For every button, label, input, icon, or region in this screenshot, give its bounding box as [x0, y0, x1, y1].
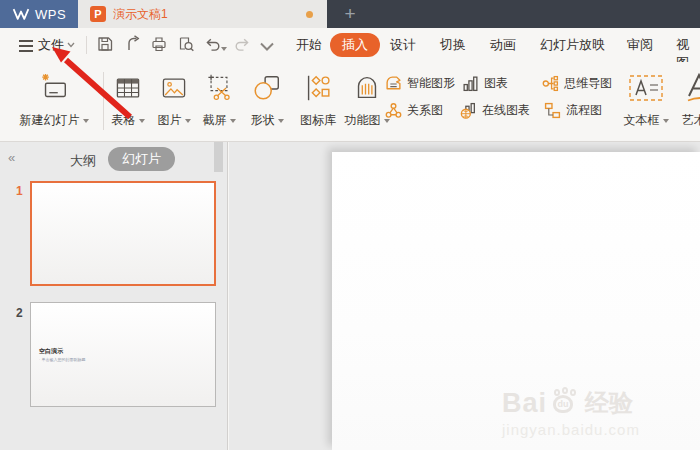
content-area: « 大纲 幻灯片 1 2 空白演示 · 单击输入您的封面副标题 Bai [0, 142, 700, 450]
tab-design[interactable]: 设计 [390, 36, 416, 54]
new-slide-label: 新建幻灯片 [20, 112, 80, 129]
word-art-label: 艺术字 [682, 112, 700, 129]
wps-presentation-window: WPS P 演示文稿1 + 文件 [0, 0, 700, 450]
mind-map-button[interactable]: 思维导图 [542, 75, 612, 92]
icon-library-icon [302, 72, 334, 104]
chart-button[interactable]: 图表 [462, 75, 508, 92]
dropdown-caret-icon [139, 119, 145, 123]
relation-chart-button[interactable]: 关系图 [385, 102, 443, 119]
baidu-jingyan-watermark: Bai du 经验 jingyan.baidu.com [502, 387, 672, 438]
online-chart-icon [460, 102, 477, 119]
main-menu-icon[interactable] [19, 37, 33, 52]
dropdown-caret-icon [663, 119, 669, 123]
smart-graphics-icon [385, 75, 402, 92]
new-slide-button[interactable]: 新建幻灯片 [10, 68, 98, 129]
shapes-button[interactable]: 形状 [243, 68, 291, 129]
watermark-jingyan-text: 经验 [585, 387, 633, 419]
more-commands-icon[interactable] [258, 39, 276, 57]
dropdown-caret-icon [230, 119, 236, 123]
tab-transition[interactable]: 切换 [440, 36, 466, 54]
function-chart-label: 功能图 [345, 112, 381, 129]
icon-library-button[interactable]: 图标库 [292, 68, 344, 129]
tab-insert[interactable]: 插入 [330, 33, 380, 57]
new-tab-button[interactable]: + [338, 2, 362, 26]
print-preview-icon[interactable] [177, 35, 195, 53]
screenshot-button[interactable]: 截屏 [197, 68, 241, 129]
slide-2-thumbnail[interactable]: 空白演示 · 单击输入您的封面副标题 [30, 302, 216, 407]
chart-icon [462, 75, 479, 92]
text-box-button[interactable]: 文本框 [618, 68, 674, 129]
wps-home-button[interactable]: WPS [0, 0, 78, 28]
text-box-label: 文本框 [624, 112, 660, 129]
word-art-button[interactable]: 艺术字 [672, 68, 700, 129]
print-icon[interactable] [150, 35, 168, 53]
slide-2-number: 2 [16, 306, 23, 320]
dropdown-caret-icon [384, 119, 390, 123]
smart-graphics-label: 智能图形 [407, 75, 455, 92]
mind-map-label: 思维导图 [564, 75, 612, 92]
online-chart-button[interactable]: 在线图表 [460, 102, 530, 119]
panel-scrollbar[interactable] [214, 142, 223, 172]
table-button[interactable]: 表格 [106, 68, 150, 129]
flowchart-icon [544, 102, 561, 119]
screenshot-label: 截屏 [203, 112, 227, 129]
editing-workspace: Bai du 经验 jingyan.baidu.com [229, 142, 700, 450]
tab-animation[interactable]: 动画 [490, 36, 516, 54]
watermark-bai-text: Bai [502, 388, 547, 419]
flowchart-label: 流程图 [566, 102, 602, 119]
word-art-icon [683, 72, 700, 104]
picture-button[interactable]: 图片 [152, 68, 196, 129]
tab-review[interactable]: 审阅 [627, 36, 653, 54]
insert-ribbon: 新建幻灯片 表格 图片 [0, 62, 700, 142]
slide-canvas[interactable]: Bai du 经验 jingyan.baidu.com [332, 152, 700, 450]
slide-2-subtitle-text: · 单击输入您的封面副标题 [39, 357, 85, 362]
export-icon[interactable] [124, 35, 142, 53]
watermark-du-text: du [553, 395, 573, 413]
flowchart-button[interactable]: 流程图 [544, 102, 602, 119]
relation-chart-icon [385, 102, 402, 119]
dropdown-caret-icon [185, 119, 191, 123]
save-icon[interactable] [96, 35, 114, 53]
file-menu-button[interactable]: 文件 [38, 36, 64, 54]
shapes-icon [251, 72, 283, 104]
function-chart-icon [351, 72, 383, 104]
unsaved-dot-icon [306, 11, 313, 18]
tab-slideshow[interactable]: 幻灯片放映 [540, 36, 605, 54]
screenshot-icon [204, 73, 234, 103]
undo-caret-icon[interactable] [221, 47, 227, 51]
slides-tab[interactable]: 幻灯片 [108, 147, 175, 171]
tab-home[interactable]: 开始 [296, 36, 322, 54]
shapes-label: 形状 [251, 112, 275, 129]
mind-map-icon [542, 75, 559, 92]
slide-1-number: 1 [16, 184, 23, 198]
slide-panel: « 大纲 幻灯片 1 2 空白演示 · 单击输入您的封面副标题 [0, 142, 228, 450]
picture-label: 图片 [158, 112, 182, 129]
wps-brand-label: WPS [35, 7, 66, 22]
slide-2-title-text: 空白演示 [39, 347, 63, 356]
divider [86, 36, 87, 54]
outline-tab[interactable]: 大纲 [70, 152, 96, 170]
watermark-url-text: jingyan.baidu.com [502, 421, 672, 438]
dropdown-caret-icon [278, 119, 284, 123]
slide-1-thumbnail[interactable] [30, 181, 216, 286]
table-label: 表格 [112, 112, 136, 129]
redo-icon[interactable] [233, 35, 251, 53]
undo-icon[interactable] [204, 35, 222, 53]
presentation-doc-icon: P [90, 6, 106, 22]
relation-chart-label: 关系图 [407, 102, 443, 119]
file-menu-caret-icon[interactable] [67, 41, 75, 49]
divider [103, 72, 104, 130]
chart-label: 图表 [484, 75, 508, 92]
text-box-icon [628, 74, 664, 102]
picture-icon [159, 73, 189, 103]
wps-logo-icon [12, 7, 30, 21]
window-tab-bar: WPS P 演示文稿1 + [0, 0, 700, 28]
menu-row: 文件 [0, 28, 700, 62]
new-slide-icon [38, 72, 70, 104]
baidu-paw-icon: du [551, 388, 581, 418]
collapse-panel-icon[interactable]: « [8, 150, 15, 165]
dropdown-caret-icon [83, 119, 89, 123]
document-tab[interactable]: P 演示文稿1 [78, 0, 327, 28]
smart-graphics-button[interactable]: 智能图形 [385, 75, 455, 92]
document-title: 演示文稿1 [113, 6, 168, 23]
